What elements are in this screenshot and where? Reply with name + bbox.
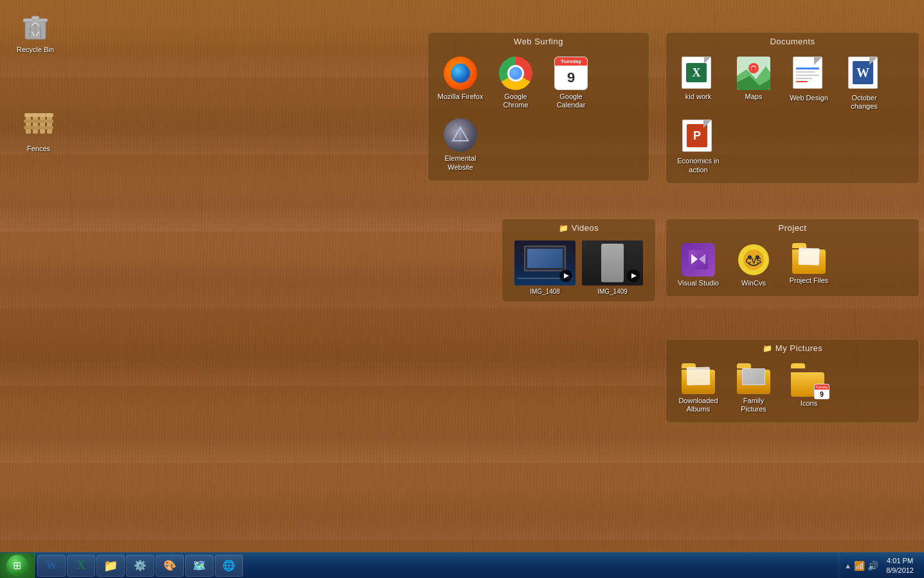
svg-rect-10 [40,114,45,134]
mypictures-title: My Pictures [775,343,822,353]
svg-rect-7 [24,113,32,117]
october-icon-img: W [848,57,880,91]
vs-icon-img [682,243,715,276]
tray-volume-icon[interactable]: 🔊 [867,561,878,571]
firefox-icon-img [444,57,477,90]
documents-content: X kid work Maps [666,49,919,183]
play-triangle-1409 [631,273,637,278]
mypictures-title-row: 📁 My Pictures [666,339,919,356]
taskbar-maps[interactable]: 🗺️ [185,555,213,577]
video-img1409[interactable]: IMG_1409 [582,240,643,295]
vs-arrow-left [691,254,698,264]
video-thumb-1409 [582,240,643,285]
fences-icon-image [21,106,57,142]
wincvs-icon-img: CVS [737,243,770,276]
elemental-icon-item[interactable]: Elemental Website [435,116,486,174]
start-button[interactable]: ⊞ [0,553,35,579]
tray-expand-arrow[interactable]: ▲ [844,562,851,570]
documents-fence: Documents X kid work [666,32,919,184]
gcal-icon-img: Tuesday 9 [554,57,588,90]
economics-label: Economics in action [675,157,721,174]
maps-icon-img [737,57,770,90]
recycle-bin-svg [19,10,52,43]
economics-icon-item[interactable]: P Economics in action [673,117,724,176]
documents-title: Documents [770,37,815,46]
mypictures-folder-icon: 📁 [763,344,772,353]
maps-icon-item[interactable]: Maps [728,54,779,113]
svg-rect-8 [33,114,38,134]
video-label-1408: IMG_1408 [530,288,560,295]
tower1 [601,244,624,282]
kidwork-icon-item[interactable]: X kid work [673,54,724,113]
taskbar-word[interactable]: W [37,555,66,577]
da-page2 [687,367,710,385]
videos-folder-icon: 📁 [559,224,568,233]
clock-date: 8/9/2012 [886,566,914,575]
icons-folder-item[interactable]: Tuesday 9 Icons [783,361,835,416]
wincvs-icon-item[interactable]: CVS WinCvs [728,240,779,290]
taskbar-word-icon: W [46,559,57,572]
gcal-icon-item[interactable]: Tuesday 9 Google Calendar [545,54,597,112]
fences-desktop-icon[interactable]: Fences [13,106,64,153]
economics-icon-img: P [682,120,714,154]
monitor1 [524,246,566,271]
videos-fence: 📁 Videos IMG_1408 [502,219,656,302]
fp-photo [742,368,765,385]
firefox-icon-item[interactable]: Mozilla Firefox [435,54,486,112]
svg-rect-9 [32,113,39,117]
vs-label: Visual Studio [678,279,719,287]
project-title-row: Project [666,219,919,235]
taskbar-ie[interactable]: 🌐 [215,555,243,577]
taskbar-excel-icon: X [77,559,86,572]
clock[interactable]: 4:01 PM 8/9/2012 [881,556,919,575]
videos-title: Videos [572,223,599,233]
fp-folder-tab [737,363,751,368]
web-surfing-title-row: Web Surfing [428,33,649,49]
downloaded-albums-icon [682,363,715,394]
taskbar: ⊞ W X 📁 ⚙️ 🎨 [0,552,924,578]
gcal-label: Google Calendar [548,93,594,109]
taskbar-excel[interactable]: X [67,555,95,577]
web-surfing-content: Mozilla Firefox Google Chrome Tuesday 9 … [428,49,649,181]
october-label: October changes [841,94,887,111]
recycle-bin-icon[interactable]: Recycle Bin [10,10,61,54]
desktop: Recycle Bin Fences Web Surfing [0,0,924,578]
mypictures-content: Downloaded Albums Family Pictures [666,356,919,422]
tray-network-icon[interactable]: 📶 [854,561,865,571]
vs-arrow-right [699,254,705,264]
video-thumb-1408 [514,240,575,285]
family-pictures-item[interactable]: Family Pictures [728,361,779,416]
monitor1-screen [527,249,563,268]
taskbar-paint[interactable]: 🎨 [156,555,184,577]
projectfiles-icon-item[interactable]: Project Files [783,240,835,290]
wincvs-label: WinCvs [741,279,766,287]
svg-rect-15 [24,126,53,129]
downloaded-albums-item[interactable]: Downloaded Albums [673,361,724,416]
svg-rect-13 [46,113,53,117]
fences-label: Fences [27,145,50,153]
october-icon-item[interactable]: W October changes [838,54,890,113]
project-content: Visual Studio CVS WinCvs [666,235,919,296]
clock-time: 4:01 PM [887,556,913,565]
windows-logo-icon: ⊞ [13,559,21,572]
project-title: Project [779,223,807,233]
video-img1408[interactable]: IMG_1408 [514,240,575,295]
family-pictures-label: Family Pictures [730,397,777,413]
video-label-1409: IMG_1409 [597,288,628,295]
web-surfing-fence: Web Surfing Mozilla Firefox Google Chrom… [428,32,649,181]
elemental-icon-img [444,118,477,152]
webdesign-icon-img [793,57,825,91]
chrome-icon-item[interactable]: Google Chrome [490,54,541,112]
project-fence: Project Visual Studio C [666,219,919,297]
gcal-day-name: Tuesday [555,57,587,66]
webdesign-icon-item[interactable]: Web Design [783,54,835,113]
chrome-label: Google Chrome [493,93,539,109]
vs-icon-item[interactable]: Visual Studio [673,240,724,290]
folder-page2 [799,248,819,265]
taskbar-files[interactable]: 📁 [96,555,125,577]
mypictures-fence: 📁 My Pictures Downloaded Albums [666,339,919,423]
taskbar-control-panel[interactable]: ⚙️ [126,555,154,577]
taskbar-tray: ▲ 📶 🔊 4:01 PM 8/9/2012 [838,553,924,578]
start-orb: ⊞ [6,555,28,577]
firefox-label: Mozilla Firefox [438,93,484,101]
